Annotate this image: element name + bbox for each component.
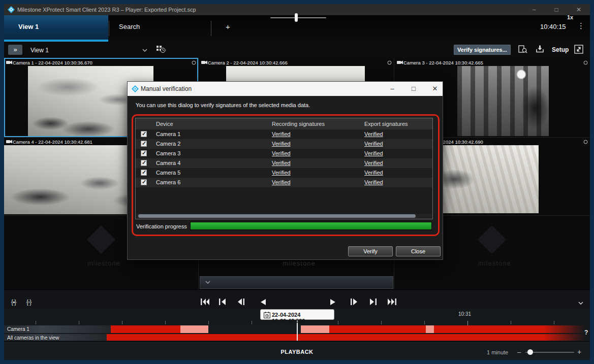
dialog-minimize-button[interactable]: – (385, 84, 400, 94)
tab-search[interactable]: Search (119, 23, 140, 30)
indicator-circle-icon (387, 60, 392, 65)
kebab-menu-icon[interactable]: ⋮ (577, 21, 585, 30)
export-signature-link[interactable]: Verified (364, 150, 383, 156)
zoom-in-button[interactable]: + (577, 348, 581, 356)
tab-divider (211, 21, 211, 36)
recording-signature-link[interactable]: Verified (272, 141, 291, 147)
view-layout-clock-icon[interactable] (157, 46, 166, 53)
export-signature-link[interactable]: Verified (364, 179, 383, 185)
timeline-help[interactable]: ? (584, 329, 588, 336)
indicator-circle-icon (192, 60, 196, 65)
milestone-watermark-text: milestone (478, 259, 511, 267)
row-checkbox[interactable] (141, 150, 147, 156)
chevron-down-icon[interactable] (205, 281, 210, 284)
speed-chevron-down-icon[interactable] (578, 302, 583, 305)
view-selector-label[interactable]: View 1 (30, 47, 49, 54)
playback-speed[interactable]: 1x (567, 14, 573, 20)
row-checkbox[interactable] (141, 170, 147, 176)
scrollbar-thumb[interactable] (138, 214, 416, 218)
verification-progress-label: Verification progress (136, 223, 187, 229)
camera-1-header: Camera 1 - 22-04-2024 10:30:36.670 (5, 59, 197, 66)
shuttle-slider[interactable] (270, 17, 326, 18)
indicator-circle-icon (583, 140, 588, 144)
play-backward-button[interactable] (261, 299, 266, 305)
export-signature-link[interactable]: Verified (364, 141, 383, 147)
set-start-time-icon[interactable]: {▪} (11, 299, 16, 306)
row-checkbox[interactable] (141, 131, 147, 137)
camera-icon (6, 140, 12, 144)
tab-view-1-label: View 1 (18, 23, 39, 30)
next-frame-button[interactable] (351, 299, 358, 305)
horizontal-scrollbar[interactable] (136, 214, 432, 219)
chevron-down-icon[interactable] (142, 49, 147, 52)
timeline-range-label: 1 minute (487, 349, 508, 355)
tab-view-1[interactable]: View 1 (4, 15, 108, 42)
fullscreen-icon[interactable] (574, 45, 583, 54)
next-sequence-button[interactable] (369, 299, 377, 305)
timeline-fade (543, 325, 590, 341)
set-end-time-icon[interactable]: {▫} (26, 299, 31, 306)
play-forward-button[interactable] (330, 299, 335, 305)
bottom-bar: PLAYBACK 1 minute – + (4, 341, 590, 360)
recording-signature-link[interactable]: Verified (272, 160, 291, 166)
table-row[interactable]: Camera 4 Verified Verified (136, 158, 432, 168)
clock: 10:40:15 (540, 23, 566, 30)
close-button[interactable]: ✕ (572, 6, 585, 14)
cell-device: Camera 5 (156, 170, 180, 176)
timeline-segment-motion (180, 325, 208, 333)
tab-divider (109, 21, 109, 36)
table-header-row: Device Recording signatures Export signa… (136, 118, 432, 129)
column-header-export: Export signatures (364, 121, 408, 127)
row-checkbox[interactable] (141, 179, 147, 185)
maximize-button[interactable]: □ (550, 6, 563, 14)
shuttle-slider-handle[interactable] (295, 13, 298, 22)
milestone-logo-icon (8, 6, 15, 13)
previous-frame-button[interactable] (237, 299, 244, 305)
export-signature-link[interactable]: Verified (364, 170, 383, 176)
recording-signature-link[interactable]: Verified (272, 150, 291, 156)
recording-signature-link[interactable]: Verified (272, 131, 291, 137)
dialog-close-button[interactable]: ✕ (427, 84, 443, 94)
timeline-zoom-knob[interactable] (527, 349, 533, 355)
camera-4-label: Camera 4 - 22-04-2024 10:30:42.681 (13, 139, 92, 145)
table-row[interactable]: Camera 6 Verified Verified (136, 178, 432, 187)
expand-sidebar-button[interactable]: » (8, 45, 22, 55)
playback-control-bar (4, 289, 590, 309)
last-image-button[interactable] (388, 299, 396, 305)
evidence-search-icon[interactable] (518, 45, 527, 54)
zoom-out-button[interactable]: – (517, 348, 521, 356)
close-dialog-button[interactable]: Close (396, 246, 441, 256)
setup-button[interactable]: Setup (552, 46, 569, 53)
milestone-watermark-text: milestone (283, 259, 316, 267)
previous-sequence-button[interactable] (219, 299, 226, 305)
table-row[interactable]: Camera 2 Verified Verified (136, 139, 432, 149)
verify-button[interactable]: Verify (348, 246, 393, 256)
first-image-button[interactable] (201, 299, 209, 305)
camera-icon (6, 60, 12, 64)
verification-progress-bar (190, 222, 432, 230)
dialog-maximize-button[interactable]: □ (406, 84, 421, 94)
table-row[interactable]: Camera 5 Verified Verified (136, 168, 432, 178)
dialog-title-bar[interactable]: Manual verification – □ ✕ (128, 82, 443, 96)
tile-navigation-strip[interactable] (200, 276, 393, 289)
table-row[interactable]: Camera 1 Verified Verified (136, 129, 432, 139)
ruler-time-label: 10:31 (458, 311, 471, 317)
timeline-segment-recording (329, 325, 426, 333)
verify-signatures-button[interactable]: Verify signatures... (454, 45, 511, 55)
add-tab-button[interactable]: + (226, 22, 230, 31)
client-window: Milestone XProtect Smart Client 2023 R3 … (4, 4, 590, 360)
row-checkbox[interactable] (141, 160, 147, 166)
minimize-button[interactable]: – (527, 6, 541, 14)
export-signature-link[interactable]: Verified (364, 131, 383, 137)
window-title: Milestone XProtect Smart Client 2023 R3 … (17, 7, 196, 13)
export-icon[interactable] (536, 45, 544, 53)
table-row[interactable]: Camera 3 Verified Verified (136, 149, 432, 158)
export-signature-link[interactable]: Verified (364, 160, 383, 166)
recording-signature-link[interactable]: Verified (272, 179, 291, 185)
camera-icon (397, 60, 403, 64)
row-checkbox[interactable] (141, 141, 147, 147)
recording-signature-link[interactable]: Verified (272, 170, 291, 176)
camera-3-video[interactable] (457, 66, 549, 136)
column-header-recording: Recording signatures (272, 121, 325, 127)
current-time-box: 22-04-2024 10:30:42.690 (260, 309, 334, 320)
